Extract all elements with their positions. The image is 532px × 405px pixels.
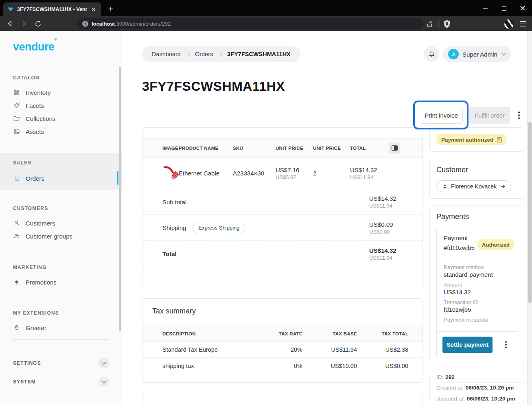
field-value: fd10zwjb5: [444, 306, 512, 313]
payment-status-badge: Authorized: [477, 239, 514, 250]
payment-footer: Settle payment: [437, 331, 518, 358]
person-icon: [442, 184, 448, 189]
vendure-logo[interactable]: vendure®: [13, 41, 57, 53]
created-at-row: Created at: 06/06/23, 10:20 pm: [430, 383, 524, 393]
sidebar-scrollbar[interactable]: [119, 67, 121, 331]
user-menu[interactable]: Super Admin: [443, 46, 511, 62]
sidebar-item-label: Customer groups: [26, 233, 72, 240]
tax-base: US$11.94: [302, 346, 357, 353]
order-actions-menu-icon[interactable]: [514, 109, 523, 122]
sidebar-item-label: Customers: [26, 220, 55, 227]
browser-tab[interactable]: 3FY7FSCWSHMA11HX • Vendure: [3, 2, 101, 16]
user-avatar: [448, 49, 459, 59]
sidebar: vendure® CATALOG Inventory Facets Collec…: [0, 31, 122, 405]
fulfill-order-button[interactable]: Fulfill order: [469, 107, 510, 124]
notifications-button[interactable]: [424, 46, 439, 62]
total-net: US$11.94: [369, 255, 423, 261]
customer-link[interactable]: Florence Kovacek: [436, 180, 511, 192]
group-label: SETTINGS: [13, 360, 41, 366]
sidebar-item-label: Collections: [26, 115, 55, 122]
tab-title: 3FY7FSCWSHMA11HX • Vendure: [17, 7, 87, 12]
back-button[interactable]: [3, 18, 17, 30]
user-icon: [13, 219, 20, 227]
page-title: 3FY7FSCWSHMA11HX: [142, 79, 285, 94]
detail-label: Created at:: [436, 385, 464, 391]
sidebar-item-customer-groups[interactable]: Customer groups: [13, 230, 72, 243]
expand-settings-button[interactable]: [99, 358, 109, 368]
col-total: TOTAL: [350, 146, 389, 151]
sidebar-group-settings[interactable]: SETTINGS: [13, 354, 109, 372]
users-icon: [13, 232, 20, 240]
tax-description: Standard Tax Europe: [142, 346, 265, 353]
new-tab-button[interactable]: +: [105, 3, 116, 15]
toolbar-divider: [438, 21, 439, 27]
breadcrumb-orders[interactable]: Orders: [195, 51, 213, 57]
col-unit-price: UNIT PRICE: [276, 146, 313, 151]
sidebar-item-collections[interactable]: Collections: [13, 112, 55, 125]
sidebar-item-orders[interactable]: Orders: [13, 172, 44, 185]
col-tax-total: TAX TOTAL: [357, 331, 408, 336]
menu-icon[interactable]: [519, 20, 528, 28]
customer-card-title: Customer: [436, 166, 468, 174]
breadcrumb-dashboard[interactable]: Dashboard: [152, 51, 181, 57]
tax-base: US$10.00: [302, 363, 357, 369]
payment-detail-card: Payment #fd10zwjb5 Authorized Payment me…: [436, 229, 518, 358]
sidebar-item-assets[interactable]: Assets: [13, 125, 44, 138]
subtotal-row: Sub total US$14.32US$11.94: [142, 189, 423, 215]
sidebar-item-promotions[interactable]: Promotions: [13, 276, 57, 289]
window-minimize-button[interactable]: [476, 0, 495, 16]
sidebar-divider: [13, 339, 109, 340]
share-icon[interactable]: [426, 20, 434, 28]
bell-icon: [428, 50, 436, 58]
sidebar-group-system[interactable]: SYSTEM: [13, 373, 109, 391]
person-icon: [451, 51, 457, 57]
detail-label: Updated at:: [436, 396, 465, 402]
subtotal-net: US$11.94: [369, 203, 423, 209]
history-list-icon: [497, 137, 502, 143]
breadcrumb-separator-icon: [186, 52, 190, 56]
detail-value: 06/06/23, 10:20 pm: [467, 396, 515, 402]
tax-summary-card: Tax summary DESCRIPTION TAX RATE TAX BAS…: [142, 298, 423, 383]
order-table-header: IMAGE PRODUCT NAME SKU UNIT PRICE UNIT P…: [142, 138, 423, 158]
scrollbar-thumb[interactable]: [528, 122, 532, 303]
subtotal-value: US$14.32: [369, 195, 396, 202]
col-sku: SKU: [233, 146, 276, 151]
brave-shield-icon[interactable]: [443, 20, 451, 28]
field-label: Amount: [444, 282, 512, 288]
profile-avatar[interactable]: [504, 19, 514, 29]
shipping-row: Shipping Express Shipping US$0.00US$0.00: [142, 215, 423, 241]
sidebar-item-customers[interactable]: Customers: [13, 217, 55, 230]
order-state-card: Payment authorized: [429, 127, 524, 152]
chevron-down-icon: [101, 379, 106, 383]
url-bar[interactable]: ! localhost:3000/admin/orders/292: [77, 18, 423, 29]
expand-system-button[interactable]: [99, 377, 109, 387]
payment-actions-menu-icon[interactable]: [500, 338, 512, 351]
tax-total: US$0.00: [357, 363, 408, 369]
window-maximize-button[interactable]: [495, 0, 513, 16]
window-close-button[interactable]: [513, 0, 532, 16]
tab-close-icon[interactable]: [90, 6, 97, 13]
forward-button[interactable]: [17, 18, 31, 30]
settle-payment-button[interactable]: Settle payment: [442, 337, 493, 353]
user-name: Super Admin: [462, 51, 499, 58]
back-icon: [7, 20, 14, 27]
total-label: Total: [142, 250, 369, 257]
col-product-name: PRODUCT NAME: [179, 146, 233, 151]
active-indicator-bar: [117, 171, 118, 185]
col-tax-base: TAX BASE: [302, 331, 357, 336]
page-scrollbar[interactable]: [527, 31, 532, 405]
sidebar-item-inventory[interactable]: Inventory: [13, 86, 51, 99]
chevron-down-icon: [501, 51, 506, 55]
detail-label: ID:: [436, 374, 443, 380]
payments-card-title: Payments: [436, 212, 469, 221]
column-settings-button[interactable]: [389, 142, 400, 154]
print-invoice-button[interactable]: Print invoice: [420, 107, 463, 124]
reload-button[interactable]: [31, 18, 45, 30]
site-info-icon[interactable]: !: [82, 21, 88, 27]
sidebar-item-facets[interactable]: Facets: [13, 99, 44, 112]
unit-price-net: US$5.97: [276, 174, 313, 180]
section-label-my-extensions: MY EXTENSIONS: [13, 310, 59, 316]
sidebar-item-greeter[interactable]: Greeter: [13, 321, 46, 334]
line-total: US$14.32: [350, 166, 377, 173]
section-label-marketing: MARKETING: [13, 265, 47, 270]
